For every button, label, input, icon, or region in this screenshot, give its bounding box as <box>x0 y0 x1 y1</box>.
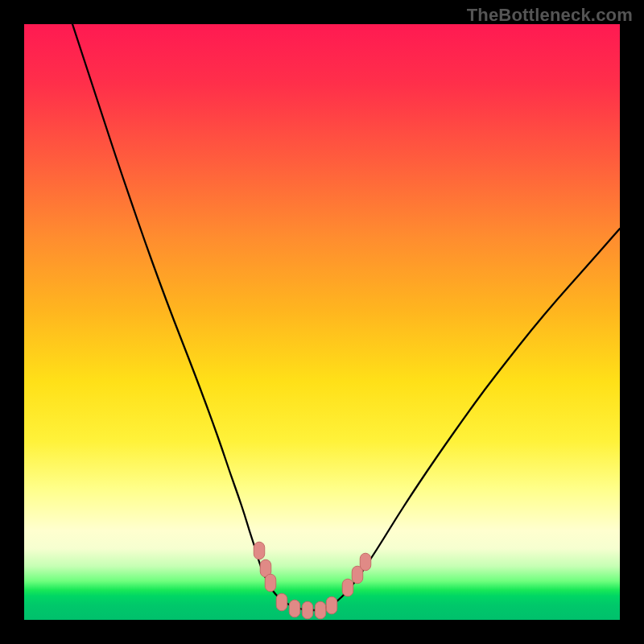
svg-rect-6 <box>315 601 326 619</box>
highlight-marker <box>254 542 265 559</box>
svg-rect-3 <box>276 593 287 611</box>
highlight-marker <box>289 600 300 617</box>
svg-rect-7 <box>326 597 337 614</box>
chart-svg <box>24 24 620 620</box>
svg-rect-4 <box>289 600 300 617</box>
curve-group <box>72 24 620 610</box>
highlight-marker <box>360 553 371 571</box>
svg-rect-10 <box>360 553 371 571</box>
highlight-marker <box>326 597 337 614</box>
svg-rect-0 <box>254 542 265 559</box>
highlight-marker <box>315 601 326 619</box>
highlight-markers-group <box>254 542 371 619</box>
watermark-text: TheBottleneck.com <box>467 5 633 26</box>
svg-rect-8 <box>342 579 353 597</box>
highlight-marker <box>302 601 313 619</box>
highlight-marker <box>342 579 353 597</box>
plot-area <box>24 24 620 620</box>
curve-left-branch <box>72 24 317 610</box>
svg-rect-2 <box>265 574 276 592</box>
highlight-marker <box>276 593 287 611</box>
highlight-marker <box>265 574 276 592</box>
curve-right-branch <box>317 229 620 610</box>
svg-rect-5 <box>302 601 313 619</box>
outer-frame: TheBottleneck.com <box>0 0 644 644</box>
